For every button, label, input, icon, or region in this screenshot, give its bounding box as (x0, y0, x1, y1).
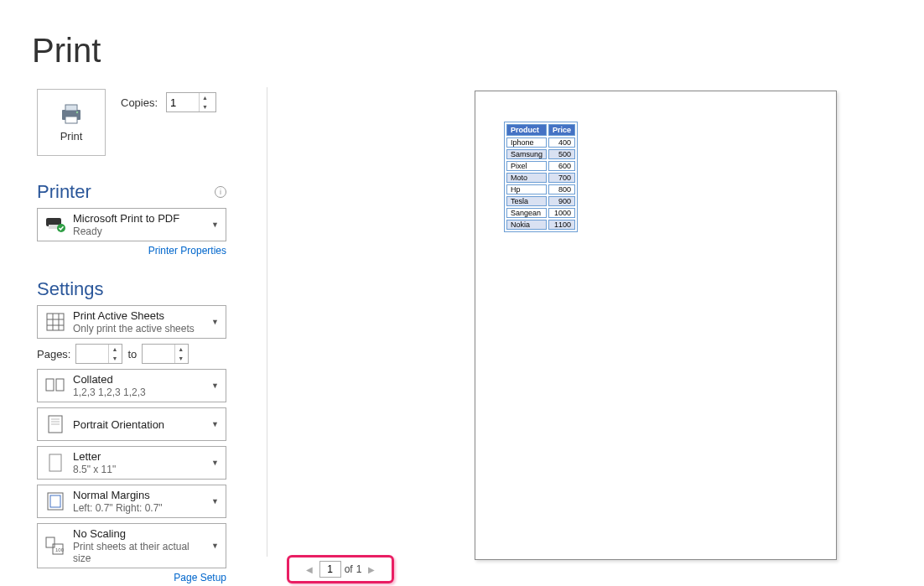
page-setup-link[interactable]: Page Setup (37, 572, 226, 583)
scaling-select[interactable]: 100 No Scaling Print sheets at their act… (37, 523, 226, 568)
table-row: Samsung500 (506, 149, 575, 159)
printer-heading: Printer (37, 181, 91, 203)
printer-select[interactable]: Microsoft Print to PDF Ready ▼ (37, 208, 226, 241)
table-row: Iphone400 (506, 137, 575, 148)
collation-select[interactable]: Collated 1,2,3 1,2,3 1,2,3 ▼ (37, 369, 226, 402)
printer-name: Microsoft Print to PDF (73, 212, 210, 225)
pages-to-input[interactable] (143, 346, 174, 362)
table-row: Sangean1000 (506, 208, 575, 218)
scaling-icon: 100 (43, 533, 68, 558)
pager-total: 1 (356, 563, 362, 575)
orientation-select[interactable]: Portrait Orientation ▼ (37, 407, 226, 441)
print-button-label: Print (60, 130, 83, 143)
margins-select[interactable]: Normal Margins Left: 0.7" Right: 0.7" ▼ (37, 485, 226, 518)
svg-rect-12 (46, 379, 54, 391)
svg-text:100: 100 (55, 547, 65, 552)
svg-rect-2 (65, 117, 77, 123)
print-what-select[interactable]: Print Active Sheets Only print the activ… (37, 305, 226, 339)
copies-input[interactable] (167, 95, 199, 111)
printer-status: Ready (73, 226, 210, 237)
svg-rect-13 (56, 379, 64, 391)
pages-label: Pages: (37, 348, 70, 360)
sheet-icon (43, 309, 68, 334)
chevron-down-icon: ▼ (210, 420, 221, 428)
svg-rect-20 (50, 495, 60, 507)
pages-to-stepper[interactable]: ▲▼ (142, 344, 189, 364)
pages-from-input[interactable] (76, 346, 108, 362)
pager-of-label: of (345, 563, 353, 575)
page-navigator: ◀ of 1 ▶ (287, 555, 394, 583)
printer-device-icon (43, 212, 68, 237)
collate-icon (43, 373, 68, 398)
info-icon[interactable]: i (215, 186, 226, 198)
orientation-icon (43, 412, 68, 437)
chevron-down-icon: ▼ (210, 497, 221, 506)
svg-rect-18 (49, 454, 61, 471)
chevron-down-icon: ▼ (210, 318, 221, 326)
copies-down[interactable]: ▼ (200, 102, 210, 111)
print-preview-page: ProductPrice Iphone400Samsung500Pixel600… (475, 91, 837, 560)
printer-icon (59, 103, 84, 125)
print-button[interactable]: Print (37, 89, 106, 156)
table-row: Moto700 (506, 173, 575, 183)
preview-table: ProductPrice Iphone400Samsung500Pixel600… (504, 122, 578, 232)
copies-up[interactable]: ▲ (200, 93, 210, 102)
current-page-input[interactable] (319, 561, 341, 578)
table-header: Price (548, 124, 575, 136)
next-page-button[interactable]: ▶ (365, 562, 378, 578)
paper-size-select[interactable]: Letter 8.5" x 11" ▼ (37, 446, 226, 480)
copies-label: Copies: (121, 96, 158, 109)
printer-properties-link[interactable]: Printer Properties (37, 245, 226, 257)
panel-divider (267, 87, 267, 557)
chevron-down-icon: ▼ (210, 459, 221, 467)
copies-stepper[interactable]: ▲ ▼ (166, 92, 216, 112)
prev-page-button[interactable]: ◀ (303, 562, 316, 578)
svg-point-3 (76, 111, 78, 112)
table-row: Pixel600 (506, 161, 575, 171)
chevron-down-icon: ▼ (210, 381, 221, 390)
pages-to-label: to (127, 348, 137, 360)
chevron-down-icon: ▼ (210, 542, 221, 550)
settings-heading: Settings (37, 278, 104, 300)
chevron-down-icon: ▼ (210, 220, 221, 229)
table-row: Hp800 (506, 184, 575, 194)
table-row: Tesla900 (506, 196, 575, 206)
paper-icon (43, 450, 68, 475)
margins-icon (43, 489, 68, 514)
table-header: Product (506, 124, 547, 136)
table-row: Nokia1100 (506, 220, 575, 230)
svg-rect-1 (65, 105, 77, 111)
page-title: Print (32, 32, 101, 70)
svg-rect-7 (47, 314, 64, 330)
pages-from-stepper[interactable]: ▲▼ (75, 344, 122, 364)
